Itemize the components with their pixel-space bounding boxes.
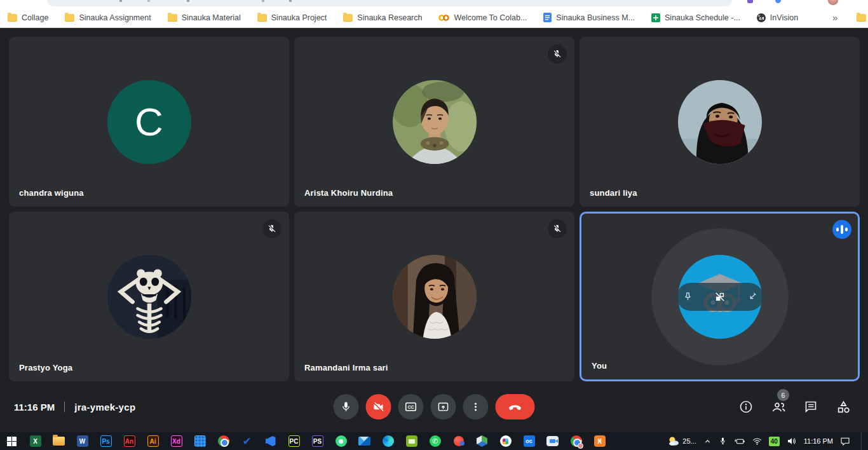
meeting-code: jra-ymek-ycp: [74, 402, 135, 412]
bookmark-sinauka-project[interactable]: Sinauka Project: [257, 13, 327, 22]
participant-tile-prastyo[interactable]: Prastyo Yoga: [9, 212, 289, 381]
chat-icon: [803, 399, 818, 414]
extension-icon[interactable]: [775, 0, 781, 3]
participant-tile-arista[interactable]: Arista Khoiru Nurdina: [294, 37, 574, 207]
mail-icon[interactable]: [357, 434, 372, 449]
meeting-details-button[interactable]: [738, 399, 754, 415]
tray-microphone-icon[interactable]: [719, 437, 727, 446]
captions-button[interactable]: CC: [398, 394, 424, 419]
participant-tile-ramandani[interactable]: Ramandani Irma sari: [294, 212, 574, 381]
bookmark-sinauka-schedule[interactable]: Sinauka Schedule -...: [651, 13, 740, 22]
video-camera-app-icon[interactable]: [545, 434, 560, 449]
battery-percent-badge[interactable]: 40: [769, 437, 780, 446]
folder-icon: [65, 14, 74, 22]
pycharm-icon[interactable]: PC: [287, 434, 301, 449]
mic-muted-icon: [262, 219, 281, 238]
pin-icon[interactable]: [682, 291, 693, 302]
mic-muted-icon: [548, 219, 567, 238]
people-icon: [771, 399, 787, 415]
vscode-icon[interactable]: [263, 434, 278, 449]
android-icon[interactable]: [334, 434, 348, 449]
tray-speaker-icon[interactable]: [787, 437, 797, 446]
excel-icon[interactable]: X: [28, 434, 43, 449]
microphone-icon: [340, 400, 353, 413]
invision-icon: [757, 13, 766, 22]
bookmark-label: Welcome To Colab...: [454, 13, 527, 22]
animate-icon[interactable]: An: [122, 434, 137, 449]
docs-icon: [543, 13, 552, 22]
creative-cloud-icon[interactable]: oc: [522, 434, 536, 449]
more-options-button[interactable]: [463, 394, 489, 419]
folder-icon: [857, 14, 866, 22]
phpstorm-icon[interactable]: PS: [310, 434, 325, 449]
start-button[interactable]: [4, 434, 19, 449]
browser-profile-avatar[interactable]: [828, 0, 838, 5]
bookmark-label: Sinauka Research: [357, 13, 422, 22]
bookmark-sinauka-material[interactable]: Sinauka Material: [168, 13, 241, 22]
bookmark-colab[interactable]: Welcome To Colab...: [438, 13, 527, 22]
red-utility-icon[interactable]: [451, 434, 466, 449]
show-desktop-button[interactable]: [861, 432, 864, 450]
whatsapp-icon[interactable]: ✆: [428, 434, 442, 449]
bookmark-sinauka-research[interactable]: Sinauka Research: [343, 13, 422, 22]
participant-name: Ramandani Irma sari: [304, 363, 388, 372]
bookmark-sinauka-business[interactable]: Sinauka Business M...: [543, 13, 635, 22]
sheets-icon: [651, 13, 660, 22]
participants-button[interactable]: 6: [770, 399, 787, 415]
word-icon[interactable]: W: [75, 434, 90, 449]
remove-tile-icon[interactable]: [714, 290, 726, 303]
leave-call-button[interactable]: [496, 394, 535, 419]
camera-app-icon[interactable]: [404, 434, 419, 449]
weather-widget[interactable]: 25...: [668, 436, 696, 446]
participant-photo: [678, 80, 762, 164]
file-explorer-icon[interactable]: [51, 434, 66, 449]
participant-name: Prastyo Yoga: [19, 363, 72, 372]
chrome-profile-icon[interactable]: [569, 434, 583, 449]
windows-taskbar: X W Ps An Ai Xd ✔ PC PS ✆ oc Ӿ 25...: [0, 432, 868, 450]
divider: [64, 402, 65, 412]
chrome-icon[interactable]: [216, 434, 231, 449]
microphone-button[interactable]: [334, 394, 359, 419]
google-meet-stage: C chandra wiguna: [0, 28, 868, 432]
participant-tile-you[interactable]: You: [580, 212, 860, 381]
participant-tile-sundari[interactable]: sundari liya: [580, 37, 860, 207]
camera-off-button[interactable]: [366, 394, 391, 419]
hexagon-app-icon[interactable]: [475, 434, 489, 449]
illustrator-icon[interactable]: Ai: [146, 434, 160, 449]
bookmark-collage[interactable]: Collage: [8, 13, 48, 22]
present-screen-button[interactable]: [431, 394, 456, 419]
extension-icon[interactable]: [747, 0, 753, 3]
adobe-xd-icon[interactable]: Xd: [169, 434, 184, 449]
address-text-fragment: [289, 0, 292, 2]
tray-wifi-icon[interactable]: [752, 437, 762, 446]
photoshop-icon[interactable]: Ps: [98, 434, 113, 449]
participant-photo: [393, 80, 477, 164]
initial-avatar: C: [107, 80, 191, 164]
xampp-icon[interactable]: Ӿ: [592, 434, 607, 449]
other-bookmarks-button[interactable]: Other bookmarks: [857, 13, 868, 22]
address-text-fragment: [262, 0, 264, 2]
participant-photo: [107, 255, 191, 339]
participant-count-badge: 6: [777, 389, 789, 401]
system-tray: 25... 40 11:16 PM: [668, 432, 868, 450]
edge-icon[interactable]: [381, 434, 395, 449]
tray-chevron-up-icon[interactable]: [703, 437, 712, 446]
activities-button[interactable]: [835, 399, 851, 415]
participant-photo: [393, 255, 477, 339]
bookmark-invision[interactable]: InVision: [757, 13, 798, 22]
bookmark-sinauka-assignment[interactable]: Sinauka Assignment: [65, 13, 151, 22]
to-do-check-icon[interactable]: ✔: [240, 434, 254, 449]
participant-tile-chandra[interactable]: C chandra wiguna: [9, 37, 289, 207]
tray-clock[interactable]: 11:16 PM: [804, 437, 833, 445]
bookmark-label: Sinauka Business M...: [556, 13, 635, 22]
address-text-fragment: [187, 0, 189, 2]
action-center-icon[interactable]: [840, 437, 850, 446]
chat-button[interactable]: [803, 399, 819, 415]
tray-battery-icon[interactable]: [734, 437, 745, 446]
mic-muted-icon: [548, 44, 567, 64]
bookmarks-overflow-chevron[interactable]: »: [832, 12, 837, 23]
minimize-icon[interactable]: [747, 292, 757, 302]
more-options-icon: [470, 401, 482, 412]
calendar-icon[interactable]: [193, 434, 207, 449]
slack-icon[interactable]: [498, 434, 513, 449]
